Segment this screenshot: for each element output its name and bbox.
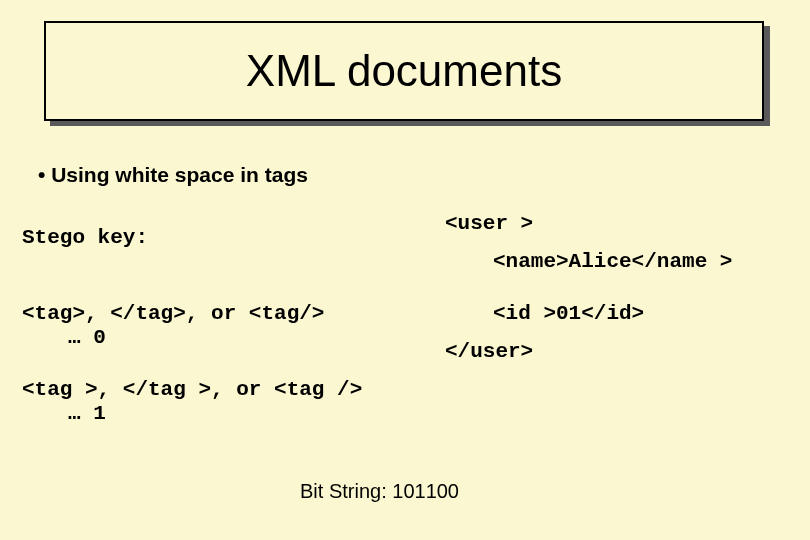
xml-user-open: <user > bbox=[445, 212, 533, 235]
xml-id: <id >01</id> bbox=[493, 302, 644, 325]
tag-zero-line: <tag>, </tag>, or <tag/> bbox=[22, 302, 324, 325]
title-box: XML documents bbox=[44, 21, 764, 121]
slide-title: XML documents bbox=[246, 46, 562, 96]
xml-name: <name>Alice</name > bbox=[493, 250, 732, 273]
bullet-using-whitespace: • Using white space in tags bbox=[38, 163, 308, 187]
tag-zero-value: … 0 bbox=[68, 326, 106, 349]
bit-string-label: Bit String: 101100 bbox=[300, 480, 459, 503]
tag-one-value: … 1 bbox=[68, 402, 106, 425]
xml-user-close: </user> bbox=[445, 340, 533, 363]
stego-key-label: Stego key: bbox=[22, 226, 148, 249]
tag-one-line: <tag >, </tag >, or <tag /> bbox=[22, 378, 362, 401]
